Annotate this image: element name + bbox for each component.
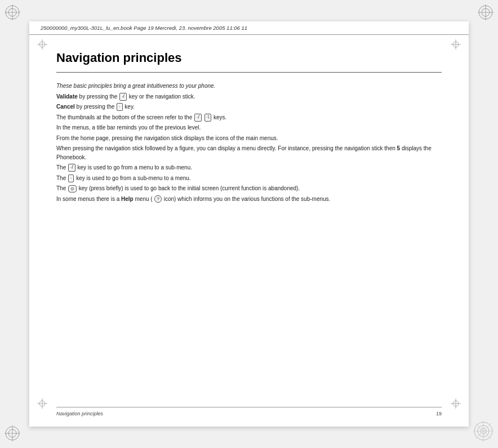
cancel-paragraph: Cancel by pressing the · key. [56, 102, 442, 111]
page-container: 250000000_my300L-301L_lu_en.book Page 19… [0, 0, 498, 448]
validate-text2: key or the navigation stick. [129, 93, 195, 100]
corner-decoration-tr [478, 5, 493, 23]
validate-text: by pressing the [79, 93, 119, 100]
titlebar-text: In the menus, a title bar reminds you of… [56, 124, 201, 131]
intro-paragraph: These basic principles bring a great int… [56, 82, 442, 91]
key1-prefix: The [56, 164, 68, 171]
help-paragraph: In some menus there is a Help menu ( ? i… [56, 195, 442, 204]
corner-decoration-bl [5, 425, 20, 443]
validate-key: ·/ [119, 93, 127, 101]
thumbnails-text1: The thumbnails at the bottom of the scre… [56, 114, 194, 120]
key3-paragraph: The ⊙ key (press briefly) is used to go … [56, 184, 442, 193]
key2-paragraph: The · key is used to go from a sub-menu … [56, 174, 442, 183]
cancel-text2: key. [124, 104, 135, 110]
cancel-key: · [117, 103, 122, 111]
footer-left: Navigation principles [56, 411, 103, 416]
body-text: These basic principles bring a great int… [56, 82, 442, 203]
page-title: Navigation principles [56, 51, 442, 65]
thumbnails-text2: keys. [214, 114, 226, 120]
homepage-paragraph: From the home page, pressing the navigat… [56, 134, 442, 143]
key1-text: key is used to go from a menu to a sub-m… [78, 164, 192, 171]
key2-icon: · [68, 174, 74, 182]
corner-decoration-tl [5, 5, 20, 23]
help-text2: menu ( [135, 196, 153, 202]
help-text3: icon) which informs you on the various f… [164, 196, 331, 202]
book-page: 250000000_my300L-301L_lu_en.book Page 19… [29, 21, 469, 427]
thumbnails-key2: ·\ [204, 114, 212, 122]
key3-prefix: The [56, 185, 68, 191]
title-rule [56, 72, 442, 73]
cancel-bold: Cancel [56, 104, 75, 110]
navstick-paragraph: When pressing the navigation stick follo… [56, 144, 442, 162]
crosshair-tl [37, 39, 47, 50]
help-icon: ? [154, 195, 161, 203]
crosshair-tr [451, 39, 461, 50]
help-bold: Help [121, 196, 134, 202]
thumbnails-key1: ·/ [194, 114, 202, 122]
validate-bold: Validate [56, 93, 78, 100]
key3-icon: ⊙ [68, 185, 77, 192]
key1-icon: ·/ [68, 164, 75, 172]
content-area: Navigation principles These basic princi… [29, 35, 469, 216]
footer-area: Navigation principles 19 [56, 407, 442, 416]
thumbnails-paragraph: The thumbnails at the bottom of the scre… [56, 113, 442, 122]
key2-text: key is used to go from a sub-menu to a m… [76, 175, 190, 181]
key2-prefix: The [56, 175, 68, 181]
footer-right: 19 [436, 411, 442, 416]
intro-text: These basic principles bring a great int… [56, 83, 215, 89]
corner-decoration-br [473, 421, 493, 443]
key3-text: key (press briefly) is used to go back t… [79, 185, 300, 191]
key1-paragraph: The ·/ key is used to go from a menu to … [56, 163, 442, 172]
help-text1: In some menus there is a [56, 196, 121, 202]
crosshair-br [451, 398, 461, 409]
header-text: 250000000_my300L-301L_lu_en.book Page 19… [41, 25, 247, 31]
cancel-text: by pressing the [77, 104, 117, 110]
navstick-text: When pressing the navigation stick follo… [56, 145, 432, 160]
crosshair-bl [37, 398, 47, 409]
validate-paragraph: Validate by pressing the ·/ key or the n… [56, 92, 442, 101]
homepage-text: From the home page, pressing the navigat… [56, 135, 278, 141]
titlebar-paragraph: In the menus, a title bar reminds you of… [56, 123, 442, 132]
header-bar: 250000000_my300L-301L_lu_en.book Page 19… [29, 21, 469, 35]
